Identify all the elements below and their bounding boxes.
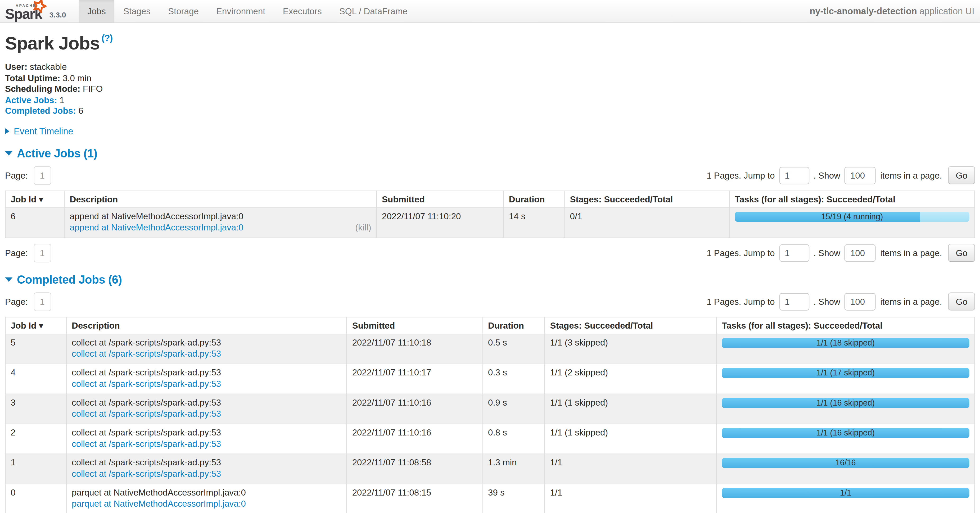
job-description-cell: collect at /spark-scripts/spark-ad.py:53…	[67, 424, 347, 454]
col-duration[interactable]: Duration	[483, 317, 545, 334]
tasks-cell: 1/1 (17 skipped)	[717, 364, 975, 394]
page-number[interactable]: 1	[33, 244, 51, 262]
tasks-progress-bar: 1/1 (18 skipped)	[722, 338, 969, 348]
stages-cell: 1/1	[545, 454, 717, 484]
job-detail-link[interactable]: append at NativeMethodAccessorImpl.java:…	[70, 222, 243, 233]
summary-label: Total Uptime:	[5, 73, 60, 83]
duration-cell: 0.9 s	[483, 394, 545, 424]
job-detail-link[interactable]: parquet at NativeMethodAccessorImpl.java…	[72, 498, 246, 509]
summary-item: Completed Jobs: 6	[5, 106, 975, 117]
pages-text: 1 Pages. Jump to	[706, 171, 775, 181]
submitted-cell: 2022/11/07 11:08:58	[347, 454, 483, 484]
page-number[interactable]: 1	[33, 292, 51, 311]
pages-text: 1 Pages. Jump to	[706, 297, 775, 307]
active-jobs-table: Job Id ▾ Description Submitted Duration …	[5, 191, 975, 238]
summary-item: Active Jobs: 1	[5, 95, 975, 106]
col-description[interactable]: Description	[65, 191, 377, 208]
submitted-cell: 2022/11/07 11:10:16	[347, 394, 483, 424]
nav-tab[interactable]: Stages	[115, 0, 159, 22]
nav-tab[interactable]: Jobs	[79, 0, 115, 22]
duration-cell: 0.8 s	[483, 424, 545, 454]
items-text: items in a page.	[880, 248, 942, 258]
job-id-cell: 3	[5, 394, 67, 424]
summary-value: 1	[60, 95, 64, 105]
spark-logo: APACHE Spark	[5, 1, 45, 21]
col-duration[interactable]: Duration	[504, 191, 565, 208]
job-description-text: collect at /spark-scripts/spark-ad.py:53	[72, 427, 341, 438]
event-timeline-toggle[interactable]: Event Timeline	[5, 126, 975, 136]
duration-cell: 1.3 min	[483, 454, 545, 484]
col-submitted[interactable]: Submitted	[377, 191, 504, 208]
job-description-cell: collect at /spark-scripts/spark-ad.py:53…	[67, 334, 347, 364]
pages-text: 1 Pages. Jump to	[706, 248, 775, 258]
show-items-input[interactable]	[845, 167, 876, 184]
show-items-input[interactable]	[845, 244, 876, 262]
col-stages[interactable]: Stages: Succeeded/Total	[565, 191, 729, 208]
stages-cell: 0/1	[565, 208, 729, 238]
items-text: items in a page.	[880, 297, 942, 307]
job-description-text: collect at /spark-scripts/spark-ad.py:53	[72, 367, 341, 378]
nav-tab[interactable]: Storage	[159, 0, 207, 22]
progress-label: 15/19 (4 running)	[735, 212, 969, 222]
tasks-cell: 15/19 (4 running)	[729, 208, 975, 238]
summary-label: Scheduling Mode:	[5, 84, 80, 94]
active-jobs-heading[interactable]: Active Jobs (1)	[5, 147, 975, 160]
summary-item: Total Uptime: 3.0 min	[5, 73, 975, 84]
nav-tab[interactable]: Environment	[207, 0, 274, 22]
col-submitted[interactable]: Submitted	[347, 317, 483, 334]
collapse-expanded-icon	[5, 278, 13, 282]
nav-tab[interactable]: Executors	[274, 0, 331, 22]
stages-cell: 1/1	[545, 484, 717, 513]
col-tasks[interactable]: Tasks (for all stages): Succeeded/Total	[729, 191, 975, 208]
stages-cell: 1/1 (2 skipped)	[545, 364, 717, 394]
job-detail-link[interactable]: collect at /spark-scripts/spark-ad.py:53	[72, 408, 221, 419]
go-button[interactable]: Go	[948, 244, 975, 262]
tasks-progress-bar: 1/1	[722, 488, 969, 498]
page-title: Spark Jobs(?)	[5, 33, 975, 54]
progress-label: 16/16	[722, 458, 969, 468]
col-tasks[interactable]: Tasks (for all stages): Succeeded/Total	[717, 317, 975, 334]
nav-tab[interactable]: SQL / DataFrame	[331, 0, 416, 22]
job-description-text: collect at /spark-scripts/spark-ad.py:53	[72, 397, 341, 408]
tasks-cell: 1/1 (16 skipped)	[717, 424, 975, 454]
go-button[interactable]: Go	[948, 292, 975, 311]
job-detail-link[interactable]: collect at /spark-scripts/spark-ad.py:53	[72, 378, 221, 389]
spark-brand: APACHE Spark 3.3.0	[0, 0, 68, 22]
kill-link[interactable]: (kill)	[355, 222, 371, 233]
table-header-row: Job Id ▾ Description Submitted Duration …	[5, 191, 975, 208]
progress-label: 1/1 (17 skipped)	[722, 368, 969, 378]
stages-cell: 1/1 (1 skipped)	[545, 424, 717, 454]
tasks-progress-bar: 1/1 (16 skipped)	[722, 428, 969, 438]
table-header-row: Job Id ▾ Description Submitted Duration …	[5, 317, 975, 334]
page-label: Page:	[5, 248, 28, 258]
job-id-cell: 4	[5, 364, 67, 394]
page-number[interactable]: 1	[33, 166, 51, 185]
help-link[interactable]: (?)	[101, 33, 113, 43]
completed-job-row: 5 collect at /spark-scripts/spark-ad.py:…	[5, 334, 975, 364]
go-button[interactable]: Go	[948, 167, 975, 184]
submitted-cell: 2022/11/07 11:10:16	[347, 424, 483, 454]
duration-cell: 0.5 s	[483, 334, 545, 364]
job-detail-link[interactable]: collect at /spark-scripts/spark-ad.py:53	[72, 348, 221, 359]
show-text: . Show	[813, 297, 840, 307]
spark-star-icon	[31, 0, 48, 14]
tasks-progress-bar: 15/19 (4 running)	[735, 212, 969, 222]
duration-cell: 0.3 s	[483, 364, 545, 394]
show-items-input[interactable]	[845, 293, 876, 311]
col-job-id[interactable]: Job Id ▾	[5, 191, 64, 208]
jump-to-input[interactable]	[779, 244, 809, 262]
col-stages[interactable]: Stages: Succeeded/Total	[545, 317, 717, 334]
spark-ui-window: APACHE Spark 3.3.0 Jobs Stages Storage E…	[0, 0, 980, 513]
job-detail-link[interactable]: collect at /spark-scripts/spark-ad.py:53	[72, 468, 221, 480]
col-description[interactable]: Description	[67, 317, 347, 334]
completed-jobs-heading[interactable]: Completed Jobs (6)	[5, 273, 975, 287]
jump-to-input[interactable]	[779, 293, 809, 311]
col-job-id[interactable]: Job Id ▾	[5, 317, 67, 334]
completed-job-row: 1 collect at /spark-scripts/spark-ad.py:…	[5, 454, 975, 484]
progress-label: 1/1 (16 skipped)	[722, 398, 969, 408]
navbar: APACHE Spark 3.3.0 Jobs Stages Storage E…	[0, 0, 980, 23]
jump-to-input[interactable]	[779, 167, 809, 184]
application-title: ny-tlc-anomaly-detection application UI	[810, 0, 980, 22]
summary-label: User:	[5, 62, 27, 72]
job-detail-link[interactable]: collect at /spark-scripts/spark-ad.py:53	[72, 438, 221, 449]
